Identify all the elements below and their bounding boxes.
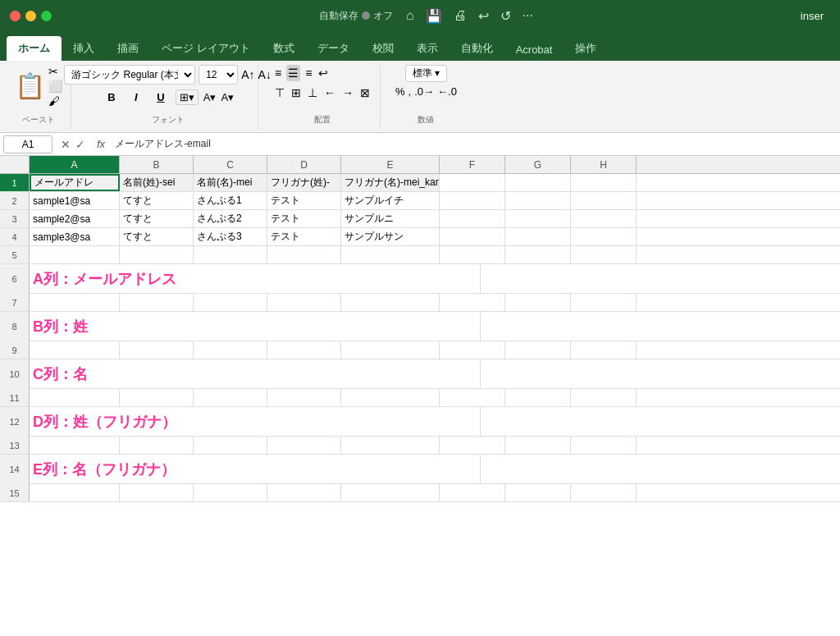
cell-h1[interactable] [571,174,637,191]
cell-e11[interactable] [341,389,440,406]
cell-b4[interactable]: てすと [120,228,194,245]
undo-icon[interactable]: ↩ [478,8,489,24]
cell-c7[interactable] [194,294,267,311]
cell-b2[interactable]: てすと [120,192,194,209]
cell-a9[interactable] [30,341,120,359]
confirm-formula-icon[interactable]: ✓ [75,138,85,151]
cell-c11[interactable] [194,389,267,406]
row-num-12[interactable]: 12 [0,407,30,437]
row-num-1[interactable]: 1 [0,174,30,191]
cell-h2[interactable] [571,192,637,209]
cell-f11[interactable] [440,389,505,406]
cell-f7[interactable] [440,294,505,311]
align-right-icon[interactable]: ≡ [304,65,313,81]
cell-c5[interactable] [194,246,267,263]
cell-g5[interactable] [505,246,571,263]
cell-f1[interactable] [440,174,505,191]
cell-e15[interactable] [341,484,440,501]
print-icon[interactable]: 🖨 [454,8,467,23]
tab-data[interactable]: データ [306,36,361,61]
cell-d4[interactable]: テスト [267,228,341,245]
cell-b9[interactable] [120,341,194,359]
cell-e4[interactable]: サンプルサン [341,228,440,245]
paste-button[interactable]: 📋 [15,71,45,100]
merge-cells-icon[interactable]: ⊠ [358,85,372,101]
cell-h11[interactable] [571,389,637,406]
cell-d3[interactable]: テスト [267,210,341,227]
col-header-b[interactable]: B [120,156,194,173]
row-num-4[interactable]: 4 [0,228,30,245]
cell-a5[interactable] [30,246,120,263]
row-num-14[interactable]: 14 [0,455,30,484]
row-num-7[interactable]: 7 [0,294,30,311]
cell-c9[interactable] [194,341,267,359]
cell-d13[interactable] [267,437,341,454]
cell-h15[interactable] [571,484,637,501]
align-top-icon[interactable]: ⊤ [273,85,286,101]
cell-d15[interactable] [267,484,341,501]
indent-right-icon[interactable]: → [340,85,355,101]
cell-g11[interactable] [505,389,571,406]
cell-b11[interactable] [120,389,194,406]
fill-color-button[interactable]: A▾ [203,91,217,103]
tab-formulas[interactable]: 数式 [262,36,306,61]
cell-reference-input[interactable] [3,135,52,153]
underline-button[interactable]: U [151,88,171,108]
redo-icon[interactable]: ↺ [500,8,511,24]
font-size-select[interactable]: 12 [199,65,238,85]
cell-a2[interactable]: sample1@sa [30,192,120,209]
col-header-d[interactable]: D [267,156,341,173]
cell-d11[interactable] [267,389,341,406]
close-button[interactable] [10,11,21,21]
row-num-2[interactable]: 2 [0,192,30,209]
cell-c1[interactable]: 名前(名)-mei [194,174,267,191]
cell-g13[interactable] [505,437,571,454]
percent-icon[interactable]: % [395,85,405,98]
cell-a11[interactable] [30,389,120,406]
cell-b15[interactable] [120,484,194,501]
cell-e13[interactable] [341,437,440,454]
cell-g15[interactable] [505,484,571,501]
col-header-h[interactable]: H [571,156,637,173]
col-header-a[interactable]: A [30,156,120,173]
cell-c3[interactable]: さんぷる2 [194,210,267,227]
annotation-row12[interactable]: D列：姓（フリガナ） [30,407,481,437]
cell-a15[interactable] [30,484,120,501]
cell-e7[interactable] [341,294,440,311]
cell-d7[interactable] [267,294,341,311]
increase-font-icon[interactable]: A↑ [241,68,254,81]
tab-help[interactable]: 操作 [564,36,608,61]
cell-d1[interactable]: フリガナ(姓)- [267,174,341,191]
cell-f5[interactable] [440,246,505,263]
cell-h3[interactable] [571,210,637,227]
annotation-row14[interactable]: E列：名（フリガナ） [30,455,481,484]
row-num-13[interactable]: 13 [0,437,30,454]
annotation-row8[interactable]: B列：姓 [30,312,481,341]
cell-f2[interactable] [440,192,505,209]
cell-h5[interactable] [571,246,637,263]
decrease-decimal-icon[interactable]: ←.0 [437,85,457,98]
bold-button[interactable]: B [102,88,121,108]
annotation-row10[interactable]: C列：名 [30,359,481,389]
cancel-formula-icon[interactable]: ✕ [61,138,71,151]
cell-b5[interactable] [120,246,194,263]
col-header-c[interactable]: C [194,156,267,173]
cell-a4[interactable]: sample3@sa [30,228,120,245]
tab-page-layout[interactable]: ページ レイアウト [150,36,262,61]
indent-left-icon[interactable]: ← [322,85,337,101]
cell-a7[interactable] [30,294,120,311]
format-painter-icon[interactable]: 🖌 [48,94,62,108]
row-num-10[interactable]: 10 [0,359,30,389]
tab-insert[interactable]: 挿入 [62,36,106,61]
row-num-8[interactable]: 8 [0,312,30,341]
cell-d2[interactable]: テスト [267,192,341,209]
cell-b13[interactable] [120,437,194,454]
cell-e9[interactable] [341,341,440,359]
align-center-icon[interactable]: ☰ [286,65,300,81]
cell-a1[interactable]: メールアドレ [30,174,120,191]
cell-h9[interactable] [571,341,637,359]
tab-acrobat[interactable]: Acrobat [504,39,564,61]
tab-review[interactable]: 校閲 [361,36,405,61]
number-format-select[interactable]: 標準 ▾ [405,65,447,82]
col-header-e[interactable]: E [341,156,440,173]
